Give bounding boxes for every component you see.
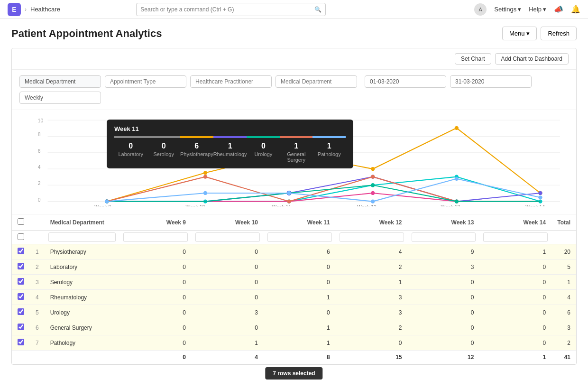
row-w9: 0 — [119, 335, 192, 351]
row-checkbox-cell[interactable] — [12, 335, 30, 351]
row-dept: Urology — [45, 305, 119, 320]
row-w13: 9 — [408, 244, 480, 259]
table-row: 6 General Surgery 0 0 1 2 0 0 3 — [12, 320, 576, 335]
avatar[interactable]: A — [474, 3, 487, 16]
megaphone-icon[interactable]: 📣 — [554, 5, 563, 14]
row-num: 2 — [30, 259, 45, 275]
row-w12: 2 — [336, 259, 408, 275]
row-checkbox[interactable] — [18, 293, 24, 300]
table-header-row: Medical Department Week 9 Week 10 Week 1… — [12, 214, 576, 231]
bell-icon[interactable]: 🔔 — [571, 5, 580, 14]
row-w11: 1 — [264, 290, 336, 305]
row-w11: 1 — [264, 320, 336, 335]
date-to-filter[interactable] — [450, 75, 532, 88]
header-actions: Menu ▾ Refresh — [502, 27, 577, 40]
row-w9: 0 — [119, 320, 192, 335]
refresh-button[interactable]: Refresh — [541, 27, 577, 40]
nav-right: A Settings ▾ Help ▾ 📣 🔔 — [474, 3, 580, 16]
row-checkbox-cell[interactable] — [12, 275, 30, 290]
row-w14: 0 — [479, 320, 551, 335]
row-w9: 0 — [119, 290, 192, 305]
dot-pat-w9 — [105, 199, 109, 203]
filter-dept-cell[interactable] — [45, 231, 119, 244]
search-input[interactable] — [140, 6, 314, 13]
filter-w14-input[interactable] — [483, 232, 548, 242]
filter-row-checkbox[interactable] — [16, 233, 26, 240]
table-body: 1 Physiotherapy 0 0 6 4 9 1 20 2 Laborat… — [12, 244, 576, 351]
row-total: 4 — [551, 290, 576, 305]
filter-w12-input[interactable] — [340, 232, 404, 242]
practitioner-filter[interactable] — [190, 75, 272, 88]
row-checkbox[interactable] — [18, 263, 24, 269]
tooltip-col-uro: 0 Urology — [247, 142, 280, 163]
appointment-type-filter[interactable] — [105, 75, 186, 88]
row-w13: 0 — [408, 320, 480, 335]
row-checkbox-cell[interactable] — [12, 320, 30, 335]
date-from-filter[interactable] — [365, 75, 446, 88]
row-num: 5 — [30, 305, 45, 320]
period-filter[interactable] — [19, 92, 101, 104]
search-bar[interactable]: 🔍 — [136, 3, 326, 16]
filter-w11-cell[interactable] — [264, 231, 336, 244]
filter-w13-input[interactable] — [412, 232, 476, 242]
bar-ser — [147, 136, 181, 138]
row-w14: 1 — [479, 244, 551, 259]
row-dept: Serology — [45, 275, 119, 290]
row-w12: 3 — [336, 290, 408, 305]
tooltip-col-pat: 1 Pathology — [313, 142, 346, 163]
row-w12: 4 — [336, 244, 408, 259]
x-label-w10: Week 10 — [185, 204, 205, 206]
filter-w13-cell[interactable] — [408, 231, 480, 244]
row-checkbox-cell[interactable] — [12, 305, 30, 320]
medical-department-filter[interactable] — [19, 75, 101, 88]
row-checkbox[interactable] — [18, 308, 24, 315]
dot-ser-w12 — [371, 191, 375, 195]
table-row: 4 Rheumatology 0 0 1 3 0 0 4 — [12, 290, 576, 305]
bar-lab — [114, 136, 147, 138]
filter-w10-input[interactable] — [195, 232, 260, 242]
filter-w9-cell[interactable] — [119, 231, 192, 244]
row-w11: 1 — [264, 335, 336, 351]
header-w13: Week 13 — [408, 214, 480, 231]
row-w14: 0 — [479, 305, 551, 320]
row-num: 3 — [30, 275, 45, 290]
select-all-checkbox[interactable] — [18, 218, 24, 225]
department-filter-2[interactable] — [276, 75, 357, 88]
total-w10: 4 — [192, 351, 264, 364]
dot-phy-w10 — [203, 171, 207, 175]
filter-dept-input[interactable] — [48, 232, 116, 242]
row-checkbox[interactable] — [18, 324, 24, 330]
filter-w10-cell[interactable] — [192, 231, 264, 244]
dot-pat-w11 — [287, 191, 291, 195]
row-checkbox-cell[interactable] — [12, 290, 30, 305]
dot-pat-w13 — [455, 177, 459, 181]
dot-uro-w10 — [203, 175, 207, 179]
y-label-2: 2 — [38, 181, 41, 186]
row-checkbox[interactable] — [18, 248, 24, 254]
row-checkbox[interactable] — [18, 278, 24, 285]
filter-w9-input[interactable] — [123, 232, 188, 242]
dot-pat-w10 — [203, 191, 207, 195]
filter-w11-input[interactable] — [267, 232, 332, 242]
y-label-10: 10 — [38, 118, 44, 123]
set-chart-button[interactable]: Set Chart — [455, 53, 491, 65]
y-label-4: 4 — [38, 165, 41, 170]
filter-w14-cell[interactable] — [479, 231, 551, 244]
settings-button[interactable]: Settings ▾ — [494, 6, 521, 13]
help-button[interactable]: Help ▾ — [529, 6, 546, 13]
row-checkbox-cell[interactable] — [12, 259, 30, 275]
row-total: 2 — [551, 335, 576, 351]
add-chart-button[interactable]: Add Chart to Dashboard — [495, 53, 569, 65]
row-w9: 0 — [119, 275, 192, 290]
table-row: 2 Laboratory 0 0 0 2 3 0 5 — [12, 259, 576, 275]
row-checkbox[interactable] — [18, 339, 24, 345]
bar-rhe — [213, 136, 247, 138]
menu-button[interactable]: Menu ▾ — [502, 27, 537, 40]
total-w9: 0 — [119, 351, 192, 364]
search-icon: 🔍 — [314, 6, 322, 13]
row-w13: 0 — [408, 335, 480, 351]
filter-w12-cell[interactable] — [336, 231, 408, 244]
row-checkbox-cell[interactable] — [12, 244, 30, 259]
total-w13: 12 — [408, 351, 480, 364]
table-row: 3 Serology 0 0 0 1 0 0 1 — [12, 275, 576, 290]
